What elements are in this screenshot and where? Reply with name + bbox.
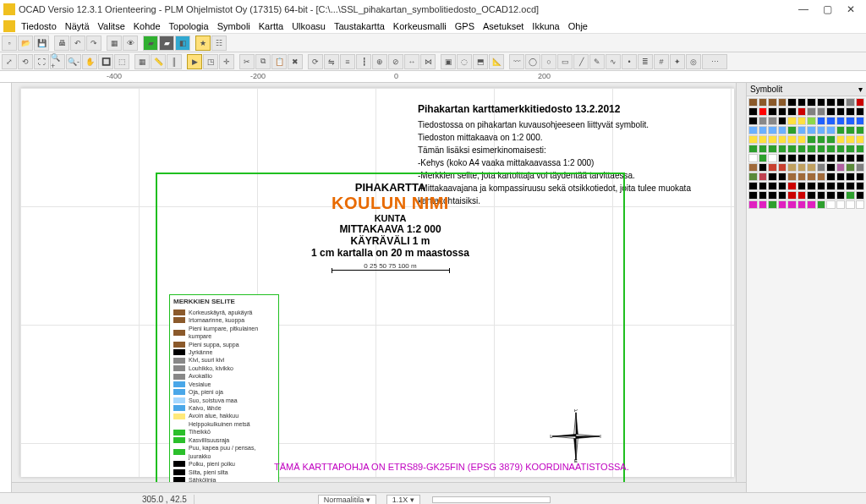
bg-visibility-icon[interactable]: 👁 [123,36,138,51]
maximize-button[interactable]: ▢ [815,3,839,15]
menu-topologia[interactable]: Topologia [165,21,213,31]
reverse-icon[interactable]: ↔ [404,54,419,69]
menu-valitse[interactable]: Valitse [94,21,129,31]
symbol-swatch[interactable] [807,200,816,209]
symbol-swatch[interactable] [807,154,816,162]
symbol-swatch[interactable] [836,200,846,209]
symbol-swatch[interactable] [768,191,777,200]
symbol-swatch[interactable] [778,163,787,172]
canvas[interactable]: Pihakartan karttamerkkitiedosto 13.2.201… [12,83,746,492]
curve-tool-icon[interactable]: 〰 [509,54,524,69]
symbol-swatch[interactable] [826,173,836,181]
manage-bg-icon[interactable]: ▦ [107,36,122,51]
bezier-tool-icon[interactable]: ∿ [606,54,621,69]
grayscale-icon[interactable]: ▰ [159,36,174,51]
symbol-swatch[interactable] [856,126,865,134]
symbol-swatch[interactable] [807,107,816,116]
status-zoom-dropdown[interactable]: 1.1X ▾ [386,495,420,505]
merge-icon[interactable]: ⊕ [372,54,387,69]
symbol-swatch[interactable] [856,154,865,162]
symbol-swatch[interactable] [748,191,758,200]
symbol-swatch[interactable] [856,145,865,153]
laser-tool-icon[interactable]: ✦ [670,54,685,69]
symbol-swatch[interactable] [817,135,826,144]
print-icon[interactable]: 🖶 [54,36,69,51]
symbol-swatch[interactable] [817,126,826,134]
menu-kohde[interactable]: Kohde [129,21,165,31]
symbol-swatch[interactable] [846,107,855,116]
symbol-swatch[interactable] [846,98,855,107]
symbol-swatch[interactable] [768,200,777,209]
symbol-swatch[interactable] [856,135,865,144]
crop-icon[interactable]: ⬒ [473,54,488,69]
freehand-tool-icon[interactable]: ✎ [589,54,605,69]
stairs-tool-icon[interactable]: ≣ [638,54,653,69]
copy-icon[interactable]: ⧉ [255,54,271,69]
symbol-swatch[interactable] [787,191,797,200]
symbol-swatch[interactable] [797,126,807,134]
scrollbar-vertical[interactable] [736,83,746,482]
menu-ikkuna[interactable]: Ikkuna [528,21,563,31]
join-icon[interactable]: ⋈ [420,54,436,69]
symbol-swatch[interactable] [856,98,865,107]
symbol-swatch[interactable] [826,191,836,200]
symbol-swatch[interactable] [748,135,758,144]
menu-symboli[interactable]: Symboli [213,21,255,31]
symbol-swatch[interactable] [826,117,836,125]
symbol-swatch[interactable] [807,182,816,190]
menu-korkeusmalli[interactable]: Korkeusmalli [389,21,451,31]
symbol-swatch[interactable] [846,135,855,144]
split-icon[interactable]: ⊘ [388,54,403,69]
symbol-swatch[interactable] [807,98,816,107]
symbol-swatch[interactable] [797,117,807,125]
symbol-swatch[interactable] [787,182,797,190]
cut-icon[interactable]: ✂ [239,54,255,69]
symbol-swatch[interactable] [748,163,758,172]
symbol-swatch[interactable] [768,154,777,162]
symbol-swatch[interactable] [817,117,826,125]
symbol-swatch[interactable] [846,126,855,134]
symbol-swatch[interactable] [817,182,826,190]
symbol-swatch[interactable] [748,154,758,162]
symbol-swatch[interactable] [826,200,836,209]
symbol-swatch[interactable] [787,98,797,107]
symbol-swatch[interactable] [787,117,797,125]
symbol-swatch[interactable] [856,163,865,172]
symbol-swatch[interactable] [759,182,768,190]
symbol-swatch[interactable] [759,173,768,181]
symbol-swatch[interactable] [826,98,836,107]
symbol-swatch[interactable] [826,135,836,144]
symbol-swatch[interactable] [778,98,787,107]
symbol-swatch[interactable] [787,107,797,116]
color-mode-icon[interactable]: ▰ [143,36,158,51]
symbol-swatch[interactable] [759,145,768,153]
menu-kartta[interactable]: Kartta [255,21,288,31]
symbol-swatch[interactable] [748,98,758,107]
symbol-swatch[interactable] [846,145,855,153]
menu-ulkoasu[interactable]: Ulkoasu [288,21,330,31]
symbol-swatch[interactable] [836,98,846,107]
symbol-swatch[interactable] [856,182,865,190]
symbol-swatch[interactable] [836,182,846,190]
symbol-swatch[interactable] [759,200,768,209]
symbol-swatch[interactable] [836,154,846,162]
symbol-swatch[interactable] [778,191,787,200]
symbol-swatch[interactable] [826,107,836,116]
symbol-swatch[interactable] [856,173,865,181]
symbol-swatch[interactable] [797,191,807,200]
symbol-swatch[interactable] [797,98,807,107]
zoom-sel-icon[interactable]: ⛶ [34,54,49,69]
symbol-swatch[interactable] [759,135,768,144]
symbol-swatch[interactable] [778,182,787,190]
symbol-swatch[interactable] [778,135,787,144]
symbol-swatch[interactable] [759,117,768,125]
symbol-swatch[interactable] [797,135,807,144]
more-tools-icon[interactable]: ⋯ [702,54,727,69]
ellipse-tool-icon[interactable]: ◯ [525,54,540,69]
symbol-swatch[interactable] [817,163,826,172]
symbol-swatch[interactable] [748,126,758,134]
symbol-swatch[interactable] [748,200,758,209]
circle-tool-icon[interactable]: ○ [541,54,556,69]
symbol-swatch[interactable] [817,154,826,162]
symbol-swatch[interactable] [836,163,846,172]
